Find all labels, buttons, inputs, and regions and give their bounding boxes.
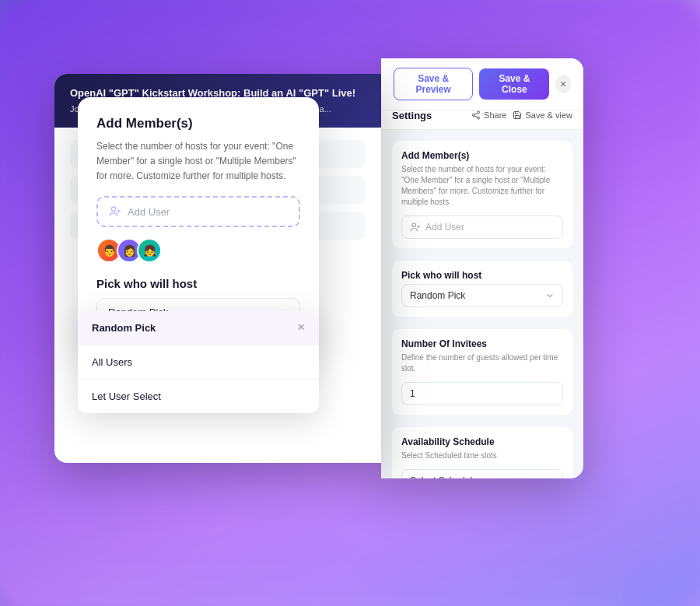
add-members-title: Add Member(s)	[401, 150, 563, 161]
schedule-select[interactable]: Select Schedule	[401, 469, 563, 478]
save-view-button[interactable]: Save & view	[513, 110, 572, 120]
modal-pick-host-select[interactable]: Random Pick	[96, 298, 300, 327]
schedule-section: Availability Schedule Select Scheduled t…	[392, 427, 572, 478]
settings-actions: Share Save & view	[471, 110, 572, 120]
modal-title: Add Member(s)	[96, 116, 300, 131]
add-user-input[interactable]: Add User	[401, 215, 563, 239]
modal-card: Add Member(s) Select the number of hosts…	[78, 97, 319, 346]
user-plus-icon	[410, 222, 421, 233]
save-preview-button[interactable]: Save & Preview	[394, 68, 473, 100]
share-button[interactable]: Share	[471, 110, 506, 120]
svg-line-3	[474, 116, 477, 117]
add-members-desc: Select the number of hosts for your even…	[401, 164, 563, 208]
invitees-input[interactable]: 1	[401, 382, 563, 405]
add-user-placeholder: Add User	[425, 222, 464, 233]
schedule-desc: Select Scheduled time slots	[401, 450, 563, 461]
scene-wrapper: OpenAI "GPT" Kickstart Workshop: Build a…	[31, 23, 669, 583]
schedule-placeholder: Select Schedule	[410, 475, 478, 478]
modal-user-plus-icon	[109, 205, 121, 218]
avatar-face-3: 👧	[138, 240, 160, 261]
pick-host-section: Pick who will host Random Pick	[392, 261, 572, 317]
modal-pick-host-title: Pick who will host	[96, 277, 300, 290]
pick-host-selected: Random Pick	[410, 290, 465, 301]
settings-inner: Settings Share Save & view	[381, 58, 583, 478]
pick-host-select[interactable]: Random Pick	[401, 284, 563, 307]
invitees-desc: Define the number of guests allowed per …	[401, 352, 563, 374]
reflection	[78, 552, 622, 607]
svg-line-4	[474, 113, 477, 114]
share-label: Share	[484, 110, 506, 120]
invitees-value: 1	[410, 388, 415, 399]
modal-chevron-down-icon	[278, 307, 289, 318]
avatar-3: 👧	[137, 238, 162, 263]
save-view-label: Save & view	[525, 110, 572, 120]
top-bar: Save & Preview Save & Close ×	[381, 58, 583, 110]
modal-add-user-placeholder: Add User	[128, 206, 170, 218]
settings-content: Add Member(s) Select the number of hosts…	[381, 130, 583, 478]
svg-point-2	[478, 117, 480, 119]
invitees-section: Number Of Invitees Define the number of …	[392, 329, 572, 415]
schedule-title: Availability Schedule	[401, 436, 563, 447]
invitees-title: Number Of Invitees	[401, 338, 563, 349]
schedule-chevron-icon	[545, 476, 555, 478]
svg-point-5	[412, 222, 416, 226]
svg-point-0	[478, 111, 480, 114]
modal-description: Select the number of hosts for your even…	[96, 139, 300, 184]
modal-pick-host-selected: Random Pick	[108, 307, 168, 318]
close-button[interactable]: ×	[555, 75, 571, 93]
add-members-section: Add Member(s) Select the number of hosts…	[392, 141, 572, 248]
modal-add-user-box[interactable]: Add User	[96, 196, 300, 227]
save-close-button[interactable]: Save & Close	[479, 68, 549, 100]
save-view-icon	[513, 110, 522, 120]
right-panel: Save & Preview Save & Close × Settings S…	[381, 58, 583, 478]
user-avatars: 👨 👩 👧	[96, 238, 300, 263]
main-container: OpenAI "GPT" Kickstart Workshop: Build a…	[54, 74, 646, 510]
share-icon	[471, 110, 481, 120]
svg-point-8	[111, 207, 115, 211]
settings-title: Settings	[392, 110, 432, 121]
svg-point-1	[473, 114, 475, 117]
pick-host-title: Pick who will host	[401, 270, 563, 281]
chevron-down-icon	[545, 291, 555, 300]
